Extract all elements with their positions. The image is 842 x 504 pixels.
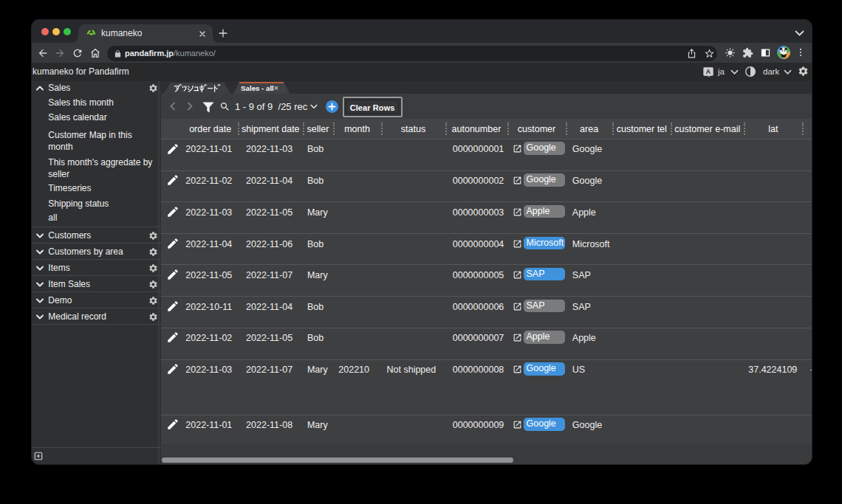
svg-text:A: A	[706, 68, 711, 75]
